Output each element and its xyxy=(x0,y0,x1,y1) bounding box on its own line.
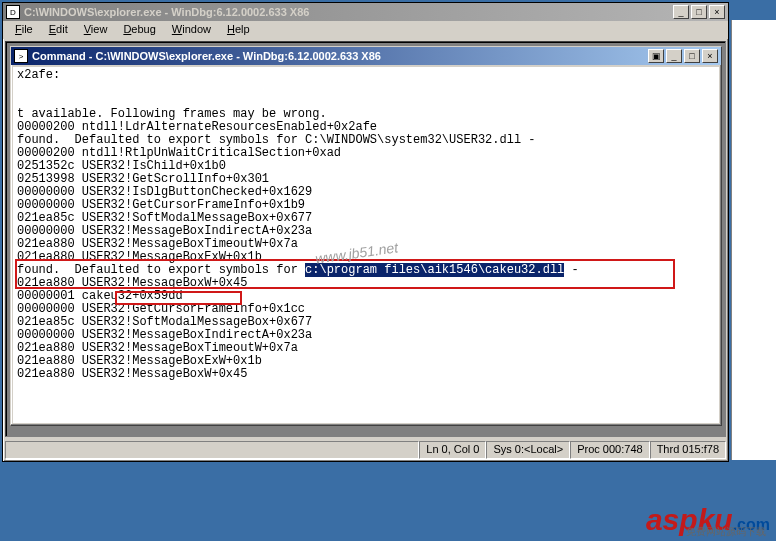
out-line: x2afe: xyxy=(17,68,60,82)
command-icon: > xyxy=(14,49,28,63)
statusbar: Ln 0, Col 0 Sys 0:<Local> Proc 000:748 T… xyxy=(5,441,726,459)
main-titlebar-controls: _ □ × xyxy=(673,5,725,19)
highlight-box-1 xyxy=(15,259,675,289)
command-titlebar-controls: ▣ _ □ × xyxy=(648,49,718,63)
menu-debug[interactable]: Debug xyxy=(115,22,163,38)
out-line: 021ea85c USER32!SoftModalMessageBox+0x67… xyxy=(17,211,312,225)
menu-window[interactable]: Window xyxy=(164,22,219,38)
command-window: > Command - C:\WINDOWS\explorer.exe - Wi… xyxy=(10,46,722,426)
command-titlebar: > Command - C:\WINDOWS\explorer.exe - Wi… xyxy=(11,47,721,65)
menu-view[interactable]: View xyxy=(76,22,116,38)
out-line: 021ea880 USER32!MessageBoxTimeoutW+0x7a xyxy=(17,341,298,355)
app-icon: D xyxy=(6,5,20,19)
cmd-maximize-button[interactable]: □ xyxy=(684,49,700,63)
highlight-box-2 xyxy=(115,291,242,305)
out-line: 00000000 USER32!IsDlgButtonChecked+0x162… xyxy=(17,185,312,199)
status-system: Sys 0:<Local> xyxy=(486,441,570,459)
out-line: 021ea880 USER32!MessageBoxExW+0x1b xyxy=(17,354,262,368)
main-title-text: C:\WINDOWS\explorer.exe - WinDbg:6.12.00… xyxy=(24,6,673,18)
command-output[interactable]: x2afe: t available. Following frames may… xyxy=(13,67,719,423)
out-line: 02513998 USER32!GetScrollInfo+0x301 xyxy=(17,172,269,186)
menubar: File Edit View Debug Window Help xyxy=(3,21,728,39)
out-line: 0251352c USER32!IsChild+0x1b0 xyxy=(17,159,226,173)
out-line: 00000000 USER32!MessageBoxIndirectA+0x23… xyxy=(17,224,312,238)
out-line: 021ea880 USER32!MessageBoxTimeoutW+0x7a xyxy=(17,237,298,251)
menu-help[interactable]: Help xyxy=(219,22,258,38)
status-process: Proc 000:748 xyxy=(570,441,649,459)
status-empty xyxy=(5,441,419,459)
out-line: 00000200 ntdll!RtlpUnWaitCriticalSection… xyxy=(17,146,341,160)
menu-edit[interactable]: Edit xyxy=(41,22,76,38)
out-line: 00000200 ntdll!LdrAlternateResourcesEnab… xyxy=(17,120,377,134)
background-window-peek xyxy=(731,20,776,460)
mdi-client-area: > Command - C:\WINDOWS\explorer.exe - Wi… xyxy=(5,41,726,437)
windbg-main-window: D C:\WINDOWS\explorer.exe - WinDbg:6.12.… xyxy=(2,2,729,462)
minimize-button[interactable]: _ xyxy=(673,5,689,19)
out-line: 00000000 USER32!GetCursorFrameInfo+0x1b9 xyxy=(17,198,305,212)
cmd-dock-button[interactable]: ▣ xyxy=(648,49,664,63)
out-line: 021ea880 USER32!MessageBoxW+0x45 xyxy=(17,367,247,381)
out-line: found. Defaulted to export symbols for C… xyxy=(17,133,535,147)
cmd-minimize-button[interactable]: _ xyxy=(666,49,682,63)
menu-file[interactable]: File xyxy=(7,22,41,38)
brand-subtitle: 免费网站源码下载 xyxy=(686,525,766,539)
cmd-close-button[interactable]: × xyxy=(702,49,718,63)
out-line: 021ea85c USER32!SoftModalMessageBox+0x67… xyxy=(17,315,312,329)
status-thread: Thrd 015:f78 xyxy=(650,441,726,459)
out-line: 00000000 USER32!MessageBoxIndirectA+0x23… xyxy=(17,328,312,342)
main-titlebar: D C:\WINDOWS\explorer.exe - WinDbg:6.12.… xyxy=(3,3,728,21)
maximize-button[interactable]: □ xyxy=(691,5,707,19)
close-button[interactable]: × xyxy=(709,5,725,19)
out-line: t available. Following frames may be wro… xyxy=(17,107,327,121)
command-title-text: Command - C:\WINDOWS\explorer.exe - WinD… xyxy=(32,50,648,62)
status-position: Ln 0, Col 0 xyxy=(419,441,486,459)
